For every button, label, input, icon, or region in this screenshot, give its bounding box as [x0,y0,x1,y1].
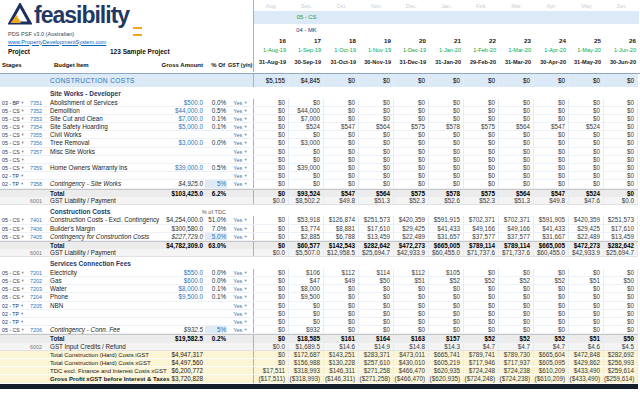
stage-select[interactable]: 02 - TP▾ [0,302,30,309]
month-value: $0 [393,99,428,106]
month-value: $0 [568,74,603,87]
gross-amount[interactable] [150,302,205,309]
gst-select[interactable]: Yes▾ [227,269,253,276]
gross-amount[interactable]: $44,000.0 [150,107,205,114]
gst-select[interactable]: Yes▾ [227,123,253,130]
stage-marker-cell [464,11,499,24]
month-value: $0 [463,293,498,300]
month-value: $52.3 [393,197,428,204]
stage-select[interactable]: 05 - CS▾ [0,216,30,223]
stage-select[interactable]: 05 - CS▾ [0,285,30,292]
gst-select[interactable]: Yes▾ [227,233,253,240]
feasibility-spreadsheet: feasibility PDS PSF v3.0 (Australian) ww… [0,0,640,400]
gross-amount: $227,729.0 [150,233,205,240]
stage-select[interactable]: 05 - CS▾ [0,233,30,240]
site-works-header: Site Works - Developer [0,90,638,99]
pct-value [205,148,227,155]
stage-select[interactable]: 05 - CS▾ [0,107,30,114]
period-end-date: 30-Jun-20 [604,55,639,72]
gst-select[interactable]: Yes▾ [227,285,253,292]
month-value: $0 [533,285,568,292]
month-value: $0 [253,310,288,317]
month-value: $0 [253,242,288,249]
gst-select[interactable]: Yes▾ [227,302,253,309]
stage-marker-cell [499,11,534,24]
stage-select[interactable]: 02 - TP▾ [0,310,30,317]
month-value: $0 [288,156,323,163]
month-value: $0 [253,99,288,106]
stage-select[interactable]: 02 - TP▾ [0,318,30,325]
month-value: $257,610 [358,359,393,366]
gst-select[interactable]: Yes▾ [227,216,253,223]
gst-select[interactable]: Yes▾ [227,131,253,138]
pct-value [205,351,227,358]
row-blank-scf-2: 02 - TP▾Yes▾$0$0$0$0$0$0$0$0$0$0$0 [0,318,638,326]
stage-select[interactable]: 05 - CS▾ [0,164,30,171]
stage-select[interactable]: 02 - TP▾ [0,172,30,179]
gst-select[interactable]: Yes▾ [227,326,253,333]
website-link[interactable]: www.PropertyDevelopmentSystem.com [8,39,106,45]
gst-select[interactable]: Yes▾ [227,318,253,325]
gross-amount: $4,925.0 [150,180,205,187]
gross-amount[interactable]: $600.0 [150,277,205,284]
gst-select[interactable]: Yes▾ [227,172,253,179]
gst-select[interactable]: Yes▾ [227,156,253,163]
stage-select[interactable]: 02 - TP▾ [0,180,30,187]
pct-value[interactable]: 5.0% [205,233,227,240]
month-value: $0 [393,156,428,163]
gst-select[interactable]: Yes▾ [227,293,253,300]
gross-amount[interactable]: $500.0 [150,99,205,106]
gst-select[interactable]: Yes▾ [227,148,253,155]
pct-value[interactable]: 5% [205,326,227,333]
stage-select[interactable]: 05 - CS▾ [0,326,30,333]
stage-select[interactable]: 05 - CS▾ [0,156,30,163]
gross-amount[interactable] [150,148,205,155]
pct-value[interactable]: 5% [205,180,227,187]
gst-select[interactable]: Yes▾ [227,180,253,187]
stage-select[interactable]: 05 - CS▾ [0,139,30,146]
gst-select[interactable]: Yes▾ [227,164,253,171]
gross-amount[interactable] [150,131,205,138]
month-value: $282,692 [603,351,638,358]
project-name[interactable]: 123 Sample Project [110,48,170,55]
gross-amount[interactable]: $9,500.0 [150,293,205,300]
stage-select[interactable]: 05 - CS▾ [0,131,30,138]
month-value: $142,543 [323,242,358,249]
stage-select[interactable]: 03 - BP▾ [0,99,30,106]
gross-amount[interactable]: $7,000.0 [150,115,205,122]
gst-select[interactable]: Yes▾ [227,107,253,114]
gst-select[interactable]: Yes▾ [227,310,253,317]
month-value: ($17,511) [253,375,288,382]
gst-select[interactable]: Yes▾ [227,139,253,146]
gross-amount[interactable]: $3,000.0 [150,139,205,146]
stage-select[interactable]: 05 - CS▾ [0,293,30,300]
month-value: $0 [568,172,603,179]
stage-select[interactable]: 05 - CS▾ [0,115,30,122]
month-value: $0 [533,293,568,300]
month-value: $0 [323,180,358,187]
month-value: $789,741 [463,351,498,358]
month-value: $0 [393,293,428,300]
stage-select[interactable]: 05 - CS▾ [0,269,30,276]
pct-value: 0.5% [205,164,227,171]
gst-select[interactable]: Yes▾ [227,277,253,284]
month-value: $29,425 [568,225,603,232]
stage-select[interactable]: 05 - CS▾ [0,225,30,232]
month-value: $49.8 [533,197,568,204]
gross-amount[interactable]: $5,000.0 [150,123,205,130]
chevron-down-icon: ▾ [22,327,24,332]
gross-amount[interactable]: $39,000.0 [150,164,205,171]
month-value: $702,371 [498,216,533,223]
gst-select[interactable]: Yes▾ [227,115,253,122]
stage-select[interactable]: 05 - CS▾ [0,148,30,155]
month-value: $4.7 [463,343,498,350]
gst-select[interactable]: Yes▾ [227,225,253,232]
gross-amount[interactable]: $550.0 [150,269,205,276]
gross-amount[interactable]: $8,000.0 [150,285,205,292]
month-value: $0.0 [253,197,288,204]
month-value: $0 [358,285,393,292]
stage-select[interactable]: 05 - CS▾ [0,123,30,130]
stage-select[interactable]: 05 - CS▾ [0,277,30,284]
gst-select[interactable]: Yes▾ [227,99,253,106]
month-value: $0 [393,131,428,138]
